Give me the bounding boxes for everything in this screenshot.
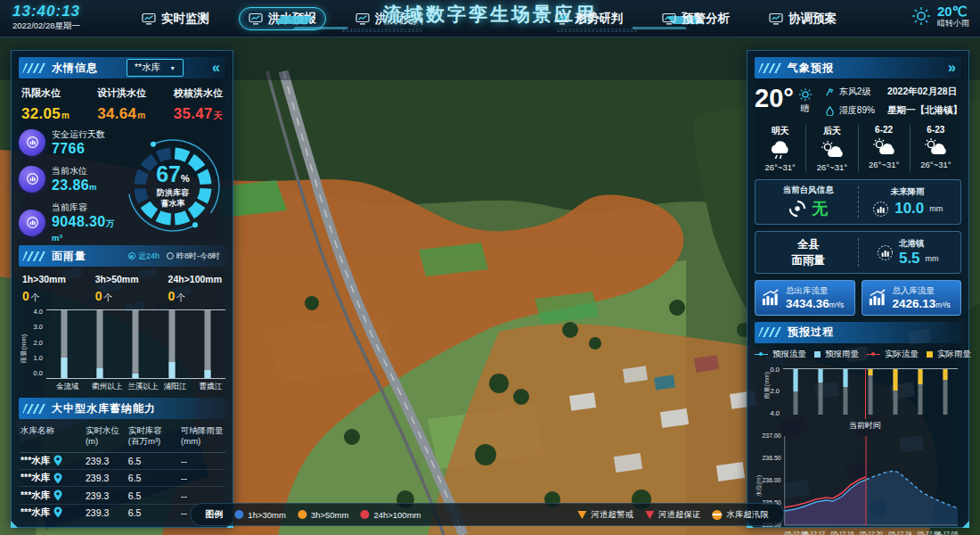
forecast-days: 明天26°~31°后天26°~31°6-2226°~31°6-2326°~31° <box>755 123 961 179</box>
ytick: 2.0 <box>34 339 43 347</box>
stat-label: 安全运行天数 <box>52 128 105 141</box>
nav-tab-形势研判[interactable]: 形势研判 <box>545 7 633 30</box>
rain-chart-plot <box>46 309 225 379</box>
rain-chart-categories: 金流域衢州以上兰溪以上浦阳江曹娥江 <box>46 382 225 392</box>
flood-forecast-dashboard: 图例 1h>30mm3h>50mm24h>100mm河道超警戒河道超保证水库超汛… <box>0 0 980 535</box>
hatch-decor <box>22 251 47 261</box>
current-time-line <box>865 368 866 419</box>
water-info-header: 水情信息 **水库 ▼ « <box>19 57 225 78</box>
nav-tab-实时监测[interactable]: 实时监测 <box>132 7 219 30</box>
svg-text:05-12 12: 05-12 12 <box>802 531 825 535</box>
rainfall-title: 面雨量 <box>52 249 86 264</box>
forecast-rain-yticks: 0.02.04.0 <box>764 366 780 417</box>
map-legend: 图例 1h>30mm3h>50mm24h>100mm河道超警戒河道超保证水库超汛… <box>190 503 784 526</box>
sun-icon <box>798 87 813 102</box>
rain-chart-yticks: 4.03.02.01.00.0 <box>29 308 46 377</box>
chevron-down-icon: ▼ <box>169 65 176 71</box>
weather-forecast-header: 气象预报 » <box>755 57 961 78</box>
stat-label: 当前水位 <box>52 165 97 177</box>
hatch-decor <box>22 404 47 414</box>
ytick: 2.0 <box>771 387 780 395</box>
cell-level: 239.3 <box>86 507 128 518</box>
radio-label: 昨8时-今8时 <box>176 251 220 262</box>
table-row[interactable]: ***水库239.36.5-- <box>19 470 225 487</box>
location-pin-icon[interactable] <box>53 490 62 501</box>
stat-label: 当前库容 <box>52 202 120 214</box>
area-rainfall-chart: 雨量(mm) 4.03.02.01.00.0 <box>19 309 225 379</box>
rain-bar <box>793 369 797 392</box>
svg-text:05-12 24: 05-12 24 <box>888 531 911 535</box>
cell-capacity: 6.5 <box>128 473 181 483</box>
location-pin-icon[interactable] <box>53 473 62 484</box>
day-range: 26°~31° <box>764 162 795 172</box>
legend-预报雨量: 预报雨量 <box>814 349 859 360</box>
reservoir-name: ***水库 <box>20 455 50 467</box>
stat-value: 9048.30万m³ <box>52 215 120 243</box>
water-level-stat: 汛限水位32.05m <box>21 86 69 123</box>
typhoon-label: 当前台风信息 <box>783 185 834 196</box>
reservoir-stats: 安全运行天数7766当前水位23.86m当前库容9048.30万m³ <box>19 128 120 243</box>
radio-近24h[interactable]: 近24h <box>128 251 159 262</box>
expand-panel-button[interactable]: » <box>948 61 956 75</box>
radio-昨8时-今8时[interactable]: 昨8时-今8时 <box>167 251 220 262</box>
threshold-label: 24h>100mm <box>168 274 222 284</box>
gauge-percent: 67 <box>156 161 181 186</box>
ytick: 4.0 <box>34 308 43 316</box>
water-level-label: 校核洪水位 <box>174 86 223 100</box>
flow-buttons: 总出库流量 3434.36m³/s 总入库流量 2426.13m³/s <box>755 280 961 316</box>
map-legend-title: 图例 <box>205 508 223 521</box>
clock: 13:40:13 2022/02/28星期一 <box>12 4 80 30</box>
town-rain-unit: mm <box>926 254 939 263</box>
ytick: 0.0 <box>34 369 43 377</box>
square-marker-icon <box>814 351 821 358</box>
map-legend-24h>100mm: 24h>100mm <box>360 510 421 520</box>
binary-decor-left: 101010101010101010101 <box>342 28 423 33</box>
ytick: 3.0 <box>34 323 43 331</box>
bar-金流域 <box>56 310 72 378</box>
day-name: 6-23 <box>927 125 944 135</box>
water-level-stat: 校核洪水位35.47天 <box>174 86 223 123</box>
dot-marker-icon <box>298 510 306 519</box>
day-range: 26°~31° <box>920 160 951 169</box>
nav-tab-预警分析[interactable]: 预警分析 <box>652 7 739 30</box>
sun-cloud-icon <box>870 137 897 157</box>
threshold-label: 3h>50mm <box>95 274 139 284</box>
stat-value: 23.86m <box>52 178 97 193</box>
nav-tab-协调预案[interactable]: 协调预案 <box>759 7 846 30</box>
sun-cloud-icon <box>922 137 949 157</box>
title-deco-left <box>275 16 313 24</box>
legend-label: 河道超警戒 <box>591 509 633 521</box>
cell-level: 239.3 <box>86 456 128 466</box>
typhoon-icon <box>788 200 806 218</box>
table-row[interactable]: ***水库239.36.5-- <box>19 487 225 504</box>
bar-曹娥江 <box>200 310 216 378</box>
storage-gauge: 67% 防洪库容 蓄水率 <box>120 131 225 242</box>
rain-threshold: 24h>100mm0个 <box>168 274 222 304</box>
outflow-unit: m³/s <box>829 300 845 309</box>
location-pin-icon[interactable] <box>53 506 62 518</box>
reservoir-selector[interactable]: **水库 ▼ <box>127 59 184 77</box>
line-marker-icon <box>867 354 880 355</box>
radio-label: 近24h <box>138 251 159 262</box>
location-pin-icon[interactable] <box>53 455 62 466</box>
cell-rain: -- <box>181 473 224 483</box>
gauge-unit: % <box>181 173 190 184</box>
outflow-button[interactable]: 总出库流量 3434.36m³/s <box>755 280 855 316</box>
monitor-chart-icon <box>769 12 783 25</box>
bar-category-label: 浦阳江 <box>164 382 180 392</box>
forecast-rain-plot <box>783 368 958 417</box>
table-row[interactable]: ***水库239.36.5-- <box>19 453 225 470</box>
header-temp: 20℃ <box>937 4 969 20</box>
rain-bar <box>819 369 823 383</box>
day-name: 明天 <box>772 125 789 137</box>
ytick: 4.0 <box>771 409 780 417</box>
gauge-label-line1: 防洪库容 <box>157 188 189 199</box>
water-level-value: 32.05m <box>21 105 69 123</box>
svg-text:237.00: 237.00 <box>763 432 781 439</box>
inflow-button[interactable]: 总入库流量 2426.13m³/s <box>862 280 962 316</box>
collapse-panel-button[interactable]: « <box>212 61 220 75</box>
current-time-label: 当前时间 <box>849 420 881 432</box>
water-info-panel: 水情信息 **水库 ▼ « 汛限水位32.05m设计洪水位34.64m校核洪水位… <box>11 50 233 528</box>
rain-bar <box>918 369 922 385</box>
nav-tab-label: 协调预案 <box>788 11 837 27</box>
